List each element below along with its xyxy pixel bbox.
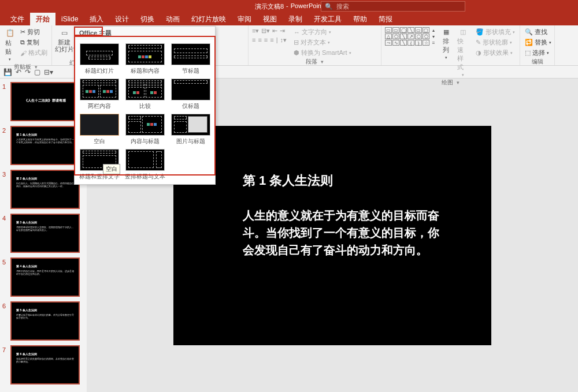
thumbnail-row[interactable]: 1《人生十二法则》群读有感 xyxy=(2,82,84,121)
search-icon: 🔍 xyxy=(325,3,333,10)
paste-icon: 📋 xyxy=(5,28,14,38)
shapes-gallery[interactable]: ▭▭◯╲▭▢▴ △⬠╲↗⬡⬠▾ ⤳∿╲{}☆≡ xyxy=(385,27,437,79)
shape-fill-button[interactable]: 🪣形状填充▾ xyxy=(475,27,516,37)
thumb-body: 不要让孩子做出令你讨厌他们的事。作为父母有责任引导孩子的行为。 xyxy=(16,313,74,319)
bullets-icon[interactable]: ≡▾ xyxy=(252,27,259,35)
app-name: PowerPoint xyxy=(291,2,323,11)
layout-option[interactable]: 仅标题 xyxy=(169,79,212,110)
tab-动画[interactable]: 动画 xyxy=(160,13,186,26)
doc-title: 演示文稿8 xyxy=(255,2,284,11)
cut-button[interactable]: ✂剪切 xyxy=(19,27,49,37)
paste-button[interactable]: 📋 粘贴 ▾ xyxy=(3,27,17,63)
tab-简报[interactable]: 简报 xyxy=(373,13,398,26)
thumbnail[interactable]: 第 3 条人生法则与那些希望你变好的人交朋友。远离那些拖你下水的人，靠近那些愿意… xyxy=(10,214,80,253)
layout-preview xyxy=(171,79,210,100)
find-button[interactable]: 🔍查找 xyxy=(524,27,553,37)
tooltip: 空白 xyxy=(103,164,120,174)
save-icon[interactable]: 💾 xyxy=(3,68,12,76)
text-direction-button[interactable]: ↔文字方向▾ xyxy=(292,27,352,37)
tab-切换[interactable]: 切换 xyxy=(135,13,160,26)
align-text-button[interactable]: ⊟对齐文本▾ xyxy=(292,38,352,47)
slide-heading[interactable]: 第 1 条人生法则 xyxy=(243,172,445,189)
layout-option[interactable]: 标题幻灯片 xyxy=(78,43,120,75)
copy-button[interactable]: ⧉复制 xyxy=(19,38,49,47)
select-button[interactable]: ⬚选择▾ xyxy=(524,48,553,58)
justify-icon[interactable]: ≡ xyxy=(270,36,273,44)
tab-开始[interactable]: 开始 xyxy=(30,13,55,26)
tab-视图[interactable]: 视图 xyxy=(257,13,283,26)
thumb-number: 3 xyxy=(2,170,8,209)
thumbnail-row[interactable]: 6第 5 条人生法则不要让孩子做出令你讨厌他们的事。作为父母有责任引导孩子的行为… xyxy=(2,301,84,341)
current-slide[interactable]: 第 1 条人生法则 人生的意义就在于为有意义的目标而奋斗。当你找到了一个有意义的… xyxy=(173,126,491,345)
layout-option[interactable]: 节标题 xyxy=(169,43,212,75)
search-box[interactable]: 🔍 搜索 xyxy=(321,1,465,12)
shape-effects-button[interactable]: ◑形状效果▾ xyxy=(475,48,516,58)
shape-outline-button[interactable]: ✎形状轮廓▾ xyxy=(475,38,516,47)
tab-审阅[interactable]: 审阅 xyxy=(232,13,257,26)
layout-label: 节标题 xyxy=(182,67,199,75)
align-center-icon[interactable]: ≡ xyxy=(258,36,261,44)
layout-label: 两栏内容 xyxy=(88,102,111,110)
more-icon[interactable]: ⊟▾ xyxy=(44,68,53,76)
tab-开发工具[interactable]: 开发工具 xyxy=(308,13,347,26)
format-painter-button[interactable]: 🖌格式刷 xyxy=(19,48,49,58)
layout-option[interactable]: 标题和内容 xyxy=(124,43,166,75)
tab-设计[interactable]: 设计 xyxy=(109,13,135,26)
layout-option[interactable]: 竖排标题与文本 xyxy=(124,149,166,181)
layout-preview xyxy=(125,114,165,136)
tab-iSlide[interactable]: iSlide xyxy=(55,13,84,25)
layout-preview xyxy=(125,79,165,100)
layout-label: 标题幻灯片 xyxy=(85,67,114,75)
smartart-button[interactable]: ⬢转换为 SmartArt▾ xyxy=(292,48,352,58)
thumbnail[interactable]: 第 1 条人生法则人生的意义就在于为有意义的目标而奋斗。当你找到了一个有意义的目… xyxy=(10,126,80,165)
tab-录制[interactable]: 录制 xyxy=(283,13,308,26)
find-icon: 🔍 xyxy=(525,28,533,36)
outline-icon: ✎ xyxy=(476,39,481,46)
thumb-body: 与那些希望你变好的人交朋友。远离那些拖你下水的人，靠近那些愿意看到你成长的人。 xyxy=(16,226,74,232)
layout-option[interactable]: 空白 xyxy=(78,114,120,145)
numbering-icon[interactable]: ⊟▾ xyxy=(261,27,270,35)
new-slide-button[interactable]: ▭ 新建 幻灯片 xyxy=(53,27,76,54)
copy-icon: ⧉ xyxy=(20,39,25,46)
title-bar: 演示文稿8 - PowerPoint 🔍 搜索 xyxy=(0,0,578,13)
align-left-icon[interactable]: ≡ xyxy=(252,36,255,44)
tab-帮助[interactable]: 帮助 xyxy=(347,13,373,26)
layout-preview xyxy=(80,114,119,136)
thumbnail-row[interactable]: 3第 2 条人生法则待己如待人。以照顾他人的方式照顾自己。你值得被自己善待，就像… xyxy=(2,170,84,209)
thumbnail[interactable]: 第 4 条人生法则与昨天的自己比较，而不是与今天的别人比较。进步是相对于自己的过… xyxy=(10,257,80,297)
cursor-icon: ↖ xyxy=(99,154,106,162)
thumbnail[interactable]: 第 2 条人生法则待己如待人。以照顾他人的方式照顾自己。你值得被自己善待，就像你… xyxy=(10,170,80,209)
thumbnail-row[interactable]: 4第 3 条人生法则与那些希望你变好的人交朋友。远离那些拖你下水的人，靠近那些愿… xyxy=(2,214,84,253)
layout-label: 比较 xyxy=(139,102,151,110)
replace-button[interactable]: 🔁替换▾ xyxy=(524,38,553,47)
tab-插入[interactable]: 插入 xyxy=(84,13,109,26)
thumbnail-row[interactable]: 5第 4 条人生法则与昨天的自己比较，而不是与今天的别人比较。进步是相对于自己的… xyxy=(2,257,84,297)
layout-option[interactable]: 两栏内容 xyxy=(78,79,120,110)
dialog-launcher-icon[interactable]: ▾ xyxy=(35,64,38,70)
thumbnail[interactable]: 《人生十二法则》群读有感 xyxy=(10,82,80,121)
arrange-button[interactable]: ▦排列▾ xyxy=(440,27,451,79)
layout-label: 空白 xyxy=(94,137,105,145)
thumbnail-row[interactable]: 7第 6 条人生法则在批评世界之前先整理好自己的房间。从改变自己能改变的小事开始… xyxy=(2,345,84,384)
group-drawing: ▭▭◯╲▭▢▴ △⬠╲↗⬡⬠▾ ⤳∿╲{}☆≡ ▦排列▾ ◫快速样式▾ 🪣形状填… xyxy=(381,25,520,65)
quick-styles-button[interactable]: ◫快速样式▾ xyxy=(455,27,471,79)
thumbnail[interactable]: 第 5 条人生法则不要让孩子做出令你讨厌他们的事。作为父母有责任引导孩子的行为。 xyxy=(10,301,80,341)
tab-文件[interactable]: 文件 xyxy=(5,13,30,26)
layout-option[interactable]: 图片与标题 xyxy=(169,114,212,145)
slide-body[interactable]: 人生的意义就在于为有意义的目标而奋斗。当你找到了一个有意义的目标，你会发现自己有… xyxy=(243,207,445,259)
thumb-title: 第 2 条人生法则 xyxy=(16,177,74,180)
search-placeholder: 搜索 xyxy=(336,2,349,11)
ribbon-tabs: 文件开始iSlide插入设计切换动画幻灯片放映审阅视图录制开发工具帮助简报 xyxy=(0,13,578,25)
thumbnail-row[interactable]: 2第 1 条人生法则人生的意义就在于为有意义的目标而奋斗。当你找到了一个有意义的… xyxy=(2,126,84,165)
layout-label: 仅标题 xyxy=(182,102,199,110)
layout-label: 内容与标题 xyxy=(131,137,160,145)
layout-option[interactable]: 内容与标题 xyxy=(124,114,166,145)
layout-option[interactable]: 比较 xyxy=(124,79,166,110)
indent-out-icon[interactable]: ⇤ xyxy=(272,27,277,35)
thumbnail[interactable]: 第 6 条人生法则在批评世界之前先整理好自己的房间。从改变自己能改变的小事开始。 xyxy=(10,345,80,384)
tab-幻灯片放映[interactable]: 幻灯片放映 xyxy=(186,13,232,26)
line-spacing-icon[interactable]: ↕▾ xyxy=(280,36,287,44)
align-right-icon[interactable]: ≡ xyxy=(264,36,268,44)
thumb-body: 与昨天的自己比较，而不是与今天的别人比较。进步是相对于自己的过去而言的。 xyxy=(16,270,74,275)
indent-in-icon[interactable]: ⇥ xyxy=(280,27,285,35)
